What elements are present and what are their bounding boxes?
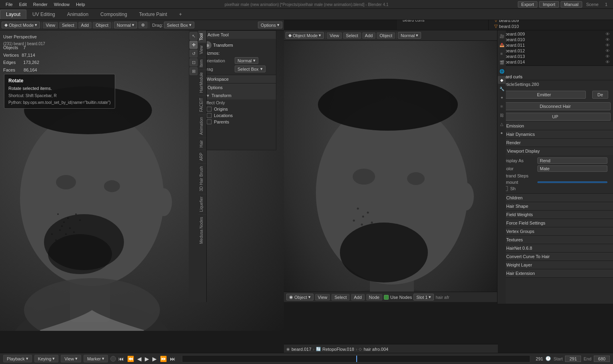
origins-checkbox[interactable]	[207, 107, 212, 111]
export-button[interactable]: Export	[518, 1, 538, 8]
tab-texture-paint[interactable]: Texture Paint	[133, 10, 173, 19]
slot-dropdown[interactable]: Slot 1 ▾	[413, 294, 434, 300]
marker-btn[interactable]: Marker ▾	[84, 355, 108, 362]
n-tab-arp[interactable]: ARP	[198, 150, 206, 163]
n-tab-tool[interactable]: Tool	[198, 30, 206, 43]
prop-icon-render[interactable]: 🎥	[498, 32, 506, 40]
vp-view-btn[interactable]: View	[327, 32, 342, 39]
locations-row[interactable]: Locations	[199, 112, 276, 119]
prop-beard011-eye[interactable]: 👁	[605, 43, 610, 48]
menu-edit[interactable]: Edit	[17, 1, 29, 8]
snap-btn[interactable]: ⊕	[138, 22, 148, 28]
emitter-btn[interactable]: Emitter	[502, 91, 586, 99]
tab-add[interactable]: +	[173, 10, 188, 19]
prop-icon-constraints[interactable]: ⛓	[498, 111, 506, 119]
prop-beard012[interactable]: ▽ beard.012 👁	[497, 48, 613, 54]
mode-dropdown[interactable]: ◆ Object Mode ▾	[2, 22, 40, 28]
color-value[interactable]: Mate	[537, 165, 607, 172]
prop-icon-object[interactable]: ◆	[498, 76, 506, 84]
vp-object-btn[interactable]: Object	[377, 32, 395, 39]
select-menu[interactable]: Select	[59, 22, 77, 28]
tool-rotate[interactable]: ↺	[190, 50, 198, 58]
menu-window[interactable]: Window	[52, 1, 72, 8]
prop-beard013-eye[interactable]: 👁	[605, 54, 610, 59]
outliner-item-beard010[interactable]: ▽ beard.010	[489, 23, 613, 29]
view-btn[interactable]: View ▾	[61, 355, 81, 362]
prev-keyframe-btn[interactable]: ◀	[136, 356, 142, 362]
start-frame-input[interactable]	[565, 356, 581, 362]
n-tab-liquefier[interactable]: Liquefier	[198, 194, 206, 214]
n-tab-hair[interactable]: Hair	[198, 137, 206, 150]
vp-add-btn[interactable]: Add	[362, 32, 376, 39]
tab-uv-editing[interactable]: UV Editing	[26, 10, 61, 19]
children-header[interactable]: ▶ Children	[497, 194, 613, 202]
jump-end-btn[interactable]: ⏭	[169, 356, 176, 362]
textures-header[interactable]: ▶ Textures	[497, 236, 613, 244]
playback-btn[interactable]: Playback ▾	[3, 355, 32, 362]
n-tab-item[interactable]: Item	[198, 57, 206, 70]
prop-beard010[interactable]: ▽ beard.010 👁	[497, 37, 613, 42]
n-tab-medusa-nodes[interactable]: Medusa Nodes	[198, 214, 206, 246]
menu-file[interactable]: File	[3, 1, 15, 8]
prop-icon-physics[interactable]: ⚛	[498, 102, 506, 110]
jump-start-btn[interactable]: ⏮	[118, 356, 125, 362]
breadcrumb-item-1[interactable]: beard.017	[292, 347, 311, 352]
weight-layer-header[interactable]: ▶ Weight Layer	[497, 261, 613, 269]
add-menu[interactable]: Add	[78, 22, 92, 28]
render-header[interactable]: ▶ Render	[497, 139, 613, 147]
import-button[interactable]: Import	[539, 1, 559, 8]
n-tab-faceit[interactable]: FACEIT	[198, 95, 206, 114]
prop-beard009[interactable]: ▽ beard.009 👁	[497, 31, 613, 37]
parents-checkbox[interactable]	[207, 119, 212, 124]
next-frame-btn[interactable]: ⏩	[159, 356, 168, 362]
orientation-value[interactable]: Normal ▾	[235, 57, 258, 64]
hair-dynamics-header[interactable]: ▶ Hair Dynamics	[497, 130, 613, 138]
vp-bottom-add[interactable]: Add	[351, 294, 365, 300]
emission-header[interactable]: ▶ Emission	[497, 122, 613, 130]
play-btn[interactable]: ▶	[144, 356, 150, 362]
tab-animation[interactable]: Animation	[61, 10, 94, 19]
drag-value[interactable]: Select Box ▾	[235, 66, 266, 72]
vp-right-bottom-mode[interactable]: ◉ Object ▾	[286, 294, 313, 300]
n-tab-hairmodule[interactable]: HairModule	[198, 70, 206, 95]
vp-select-btn[interactable]: Select	[343, 32, 361, 39]
n-tab-animation[interactable]: Animation	[198, 114, 206, 137]
locations-checkbox[interactable]	[207, 113, 212, 118]
prop-beard011[interactable]: ▽ beard.011 👁	[497, 42, 613, 48]
prop-beard014[interactable]: ▽ beard.014 👁	[497, 59, 613, 65]
prev-frame-btn[interactable]: ⏪	[126, 356, 135, 362]
amount-value[interactable]	[537, 181, 607, 183]
timeline-bar[interactable]	[182, 355, 530, 362]
active-tool-header[interactable]: ▼ Active Tool	[199, 31, 276, 39]
prop-beard014-eye[interactable]: 👁	[605, 60, 610, 64]
next-keyframe-btn[interactable]: ▶	[152, 356, 158, 362]
view-menu[interactable]: View	[43, 22, 58, 28]
prop-icon-output[interactable]: 📤	[498, 41, 506, 49]
use-nodes-checkbox[interactable]	[384, 295, 389, 300]
vp-right-orientation[interactable]: Normal ▾	[398, 32, 421, 39]
field-weights-header[interactable]: ▶ Field Weights	[497, 211, 613, 219]
menu-help[interactable]: Help	[74, 1, 88, 8]
right-viewport[interactable]: ◆ Object Mode ▾ View Select Add Object N…	[284, 30, 498, 302]
show-checkbox-row[interactable]: Sh	[500, 185, 611, 192]
vp-bottom-select[interactable]: Select	[331, 294, 349, 300]
n-tab-view[interactable]: View	[198, 43, 206, 57]
workspace-header[interactable]: ▶ Workspace	[199, 75, 276, 83]
origins-row[interactable]: Origins	[199, 106, 276, 112]
prop-icon-scene[interactable]: 🎬	[498, 58, 506, 66]
use-nodes-toggle[interactable]: Use Nodes	[384, 295, 412, 300]
options-header[interactable]: ▼ Options	[199, 84, 276, 91]
display-as-value[interactable]: Rend	[537, 157, 607, 164]
tool-transform[interactable]: ⊞	[190, 67, 198, 75]
vertex-groups-header[interactable]: ▶ Vertex Groups	[497, 227, 613, 235]
tab-layout[interactable]: Layout	[0, 10, 26, 19]
force-field-header[interactable]: ▶ Force Field Settings	[497, 219, 613, 227]
viewport-display-header[interactable]: ▼ Viewport Display	[497, 147, 613, 155]
prop-icon-world[interactable]: 🌐	[498, 67, 506, 75]
prop-icon-data[interactable]: △	[498, 120, 506, 128]
n-tab-3d-hair-brush[interactable]: 3D Hair Brush	[198, 163, 206, 194]
breadcrumb-item-3[interactable]: hair afro.004	[363, 347, 388, 352]
end-frame-input[interactable]	[594, 356, 610, 362]
vp-bottom-node[interactable]: Node	[366, 294, 382, 300]
options-btn[interactable]: Options ▾	[258, 22, 282, 28]
